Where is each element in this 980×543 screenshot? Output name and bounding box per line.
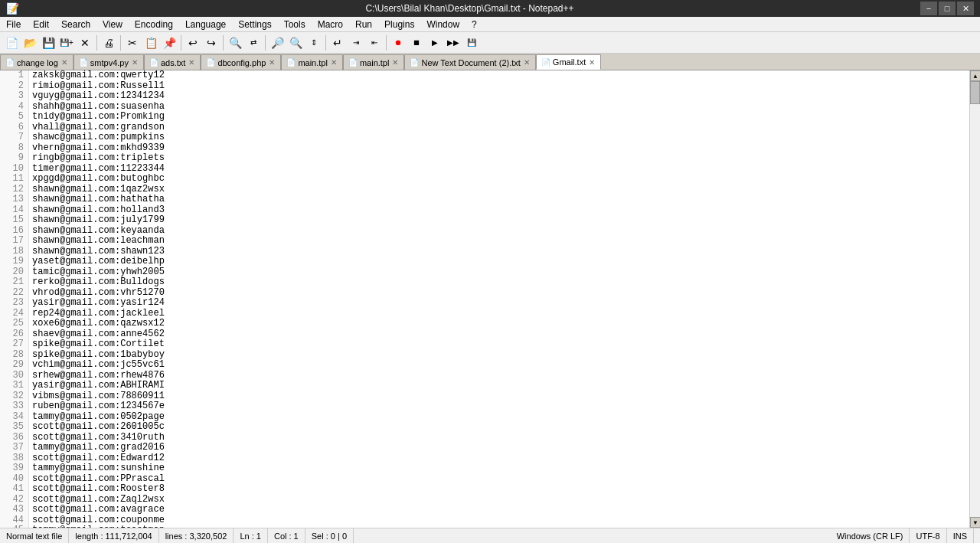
- tab-smtpv4[interactable]: 📄 smtpv4.py ✕: [74, 54, 144, 70]
- vertical-scrollbar[interactable]: ▲ ▼: [969, 70, 980, 528]
- menu-tools[interactable]: Tools: [278, 17, 312, 31]
- scrollbar-thumb[interactable]: [970, 81, 980, 104]
- replace-button[interactable]: ⇄: [245, 34, 262, 51]
- editor-line[interactable]: scott@gmail.com:Zaql2wsx: [32, 495, 966, 505]
- print-button[interactable]: 🖨: [100, 34, 117, 51]
- zoom-in-button[interactable]: 🔎: [269, 34, 286, 51]
- tab-main2[interactable]: 📄 main.tpl ✕: [343, 54, 405, 70]
- macro-play-button[interactable]: ▶: [426, 34, 443, 51]
- editor-line[interactable]: rep24@gmail.com:jackleel: [32, 309, 966, 319]
- tab-close-gmail[interactable]: ✕: [588, 58, 596, 67]
- menu-macro[interactable]: Macro: [312, 17, 349, 31]
- editor-line[interactable]: vguyg@gmail.com:12341234: [32, 91, 966, 102]
- editor-line[interactable]: vhrod@gmail.com:vhr51270: [32, 288, 966, 299]
- editor-line[interactable]: tammy@gmail.com:grad2016: [32, 443, 966, 453]
- macro-save-button[interactable]: 💾: [463, 34, 480, 51]
- menu-plugins[interactable]: Plugins: [378, 17, 420, 31]
- editor-line[interactable]: shawn@gmail.com:holland3: [32, 205, 966, 216]
- editor-line[interactable]: scott@gmail.com:PPrascal: [32, 474, 966, 485]
- editor-line[interactable]: vhall@gmail.com:grandson: [32, 123, 966, 133]
- menu-view[interactable]: View: [96, 17, 129, 31]
- tab-ads[interactable]: 📄 ads.txt ✕: [144, 54, 201, 70]
- editor-line[interactable]: vchim@gmail.com:jc55vc61: [32, 360, 966, 371]
- new-button[interactable]: 📄: [3, 34, 20, 51]
- editor-line[interactable]: scott@gmail.com:Edward12: [32, 453, 966, 464]
- editor-line[interactable]: scott@gmail.com:3410ruth: [32, 433, 966, 443]
- editor-line[interactable]: vhern@gmail.com:mkhd9339: [32, 143, 966, 154]
- editor-line[interactable]: scott@gmail.com:avagrace: [32, 505, 966, 515]
- sync-scroll-button[interactable]: ⇕: [305, 34, 322, 51]
- editor-line[interactable]: scott@gmail.com:Rooster8: [32, 484, 966, 495]
- editor-line[interactable]: spike@gmail.com:1babyboy: [32, 350, 966, 361]
- editor-line[interactable]: shawc@gmail.com:pumpkins: [32, 132, 966, 143]
- tab-dbconfig[interactable]: 📄 dbconfig.php ✕: [201, 54, 281, 70]
- close-button2[interactable]: ✕: [77, 34, 93, 51]
- editor-line[interactable]: scott@gmail.com:2601005c: [32, 422, 966, 433]
- editor-line[interactable]: spike@gmail.com:Cortilet: [32, 339, 966, 350]
- menu-window[interactable]: Window: [420, 17, 466, 31]
- tab-main1[interactable]: 📄 main.tpl ✕: [281, 54, 343, 70]
- editor-line[interactable]: tnidy@gmail.com:Promking: [32, 112, 966, 123]
- indent-button[interactable]: ⇥: [348, 34, 364, 51]
- editor-line[interactable]: shawn@gmail.com:july1799: [32, 215, 966, 226]
- editor-line[interactable]: shawn@gmail.com:1qaz2wsx: [32, 185, 966, 195]
- scrollbar-track[interactable]: [970, 81, 980, 517]
- minimize-button[interactable]: −: [920, 2, 937, 15]
- tab-close-changelog[interactable]: ✕: [60, 58, 68, 67]
- macro-stop-button[interactable]: ⏹: [408, 34, 425, 51]
- redo-button[interactable]: ↪: [203, 34, 220, 51]
- menu-language[interactable]: Language: [179, 17, 232, 31]
- cut-button[interactable]: ✂: [124, 34, 141, 51]
- editor-line[interactable]: tammy@gmail.com:0502page: [32, 412, 966, 423]
- zoom-out-button[interactable]: 🔍: [287, 34, 304, 51]
- editor-line[interactable]: shaev@gmail.com:anne4562: [32, 329, 966, 340]
- editor-line[interactable]: scott@gmail.com:couponme: [32, 515, 966, 526]
- editor-line[interactable]: yasir@gmail.com:ABHIRAMI: [32, 381, 966, 391]
- tab-close-ads[interactable]: ✕: [188, 58, 195, 67]
- find-button[interactable]: 🔍: [227, 34, 243, 51]
- editor-line[interactable]: yaset@gmail.com:deibelhp: [32, 257, 966, 267]
- tab-close-dbconfig[interactable]: ✕: [268, 58, 276, 67]
- scrollbar-down[interactable]: ▼: [970, 517, 980, 528]
- paste-button[interactable]: 📌: [161, 34, 178, 51]
- close-button[interactable]: ✕: [957, 2, 974, 15]
- tab-close-main2[interactable]: ✕: [391, 58, 399, 67]
- editor-line[interactable]: xpggd@gmail.com:butoghbc: [32, 174, 966, 185]
- save-all-button[interactable]: 💾+: [58, 34, 75, 51]
- copy-button[interactable]: 📋: [142, 34, 159, 51]
- editor-line[interactable]: shawn@gmail.com:keyaanda: [32, 226, 966, 237]
- menu-file[interactable]: File: [0, 17, 27, 31]
- editor-line[interactable]: shawn@gmail.com:hathatha: [32, 195, 966, 205]
- scrollbar-up[interactable]: ▲: [970, 70, 980, 81]
- editor-line[interactable]: rimio@gmail.com:Russell1: [32, 81, 966, 92]
- editor-line[interactable]: yasir@gmail.com:yasir124: [32, 298, 966, 309]
- editor-line[interactable]: srhew@gmail.com:rhew4876: [32, 371, 966, 381]
- menu-search[interactable]: Search: [55, 17, 96, 31]
- editor-line[interactable]: vibms@gmail.com:78860911: [32, 391, 966, 402]
- editor-line[interactable]: xoxe6@gmail.com:qazwsx12: [32, 319, 966, 329]
- tab-changelog[interactable]: 📄 change log ✕: [0, 54, 74, 70]
- macro-run-n-button[interactable]: ▶▶: [445, 34, 462, 51]
- open-button[interactable]: 📂: [21, 34, 38, 51]
- editor-line[interactable]: tamic@gmail.com:yhwh2005: [32, 267, 966, 278]
- menu-edit[interactable]: Edit: [27, 17, 55, 31]
- tab-close-main1[interactable]: ✕: [330, 58, 338, 67]
- editor-content[interactable]: zaksk@gmail.com:qwerty12rimio@gmail.com:…: [29, 70, 969, 528]
- tab-close-smtpv4[interactable]: ✕: [131, 58, 139, 67]
- tab-close-newtxt[interactable]: ✕: [523, 58, 531, 67]
- editor-line[interactable]: shawn@gmail.com:shawn123: [32, 247, 966, 257]
- save-button[interactable]: 💾: [40, 34, 57, 51]
- editor-line[interactable]: rerko@gmail.com:Bulldogs: [32, 277, 966, 288]
- editor-line[interactable]: ruben@gmail.com:1234567e: [32, 401, 966, 412]
- tab-gmail[interactable]: 📄 Gmail.txt ✕: [536, 54, 601, 70]
- unindent-button[interactable]: ⇤: [366, 34, 383, 51]
- editor-line[interactable]: zaksk@gmail.com:qwerty12: [32, 70, 966, 81]
- editor-line[interactable]: shahh@gmail.com:suasenha: [32, 102, 966, 113]
- menu-encoding[interactable]: Encoding: [129, 17, 179, 31]
- editor-line[interactable]: timer@gmail.com:11223344: [32, 164, 966, 175]
- editor-line[interactable]: tammy@gmail.com:toastman: [32, 525, 966, 528]
- undo-button[interactable]: ↩: [185, 34, 201, 51]
- menu-settings[interactable]: Settings: [232, 17, 277, 31]
- tab-newtxt[interactable]: 📄 New Text Document (2).txt ✕: [404, 54, 535, 70]
- editor-line[interactable]: ringb@gmail.com:triplets: [32, 153, 966, 164]
